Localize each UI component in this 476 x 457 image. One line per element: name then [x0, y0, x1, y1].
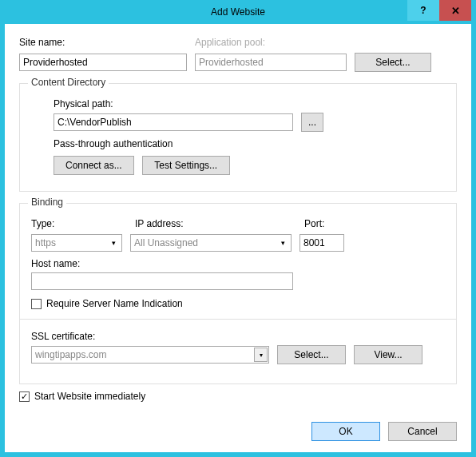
close-button[interactable]: ✕	[439, 0, 471, 21]
passthrough-auth-label: Pass-through authentication	[54, 138, 445, 149]
start-immediately-label: Start Website immediately	[34, 391, 145, 402]
browse-path-button[interactable]: ...	[301, 113, 323, 132]
add-website-dialog: Add Website ? ✕ Site name: Application p…	[0, 0, 476, 457]
app-pool-label: Application pool:	[195, 37, 347, 48]
ssl-view-button[interactable]: View...	[354, 345, 422, 364]
host-name-input[interactable]	[31, 272, 293, 290]
window-title: Add Website	[211, 6, 265, 18]
site-name-row: Site name: Application pool:	[19, 37, 457, 48]
window-buttons: ? ✕	[407, 0, 471, 21]
help-button[interactable]: ?	[407, 0, 439, 21]
dialog-footer: OK Cancel	[311, 422, 457, 441]
ssl-cert-select[interactable]: ▾	[31, 346, 269, 364]
dialog-body: Site name: Application pool: Select... C…	[5, 24, 471, 411]
port-input[interactable]	[299, 234, 344, 252]
ip-address-value[interactable]	[130, 234, 292, 252]
start-immediately-checkbox[interactable]: ✓	[19, 391, 30, 402]
ssl-cert-value[interactable]	[31, 346, 269, 364]
type-select-value[interactable]	[31, 234, 122, 252]
site-name-input[interactable]	[19, 54, 187, 71]
ssl-cert-label: SSL certificate:	[31, 331, 445, 342]
port-label: Port:	[304, 218, 352, 229]
ssl-select-button[interactable]: Select...	[277, 345, 346, 364]
content-directory-group: Content Directory Physical path: ... Pas…	[19, 83, 457, 192]
cancel-button[interactable]: Cancel	[388, 422, 457, 441]
type-label: Type:	[31, 218, 127, 229]
physical-path-input[interactable]	[54, 113, 293, 131]
test-settings-button[interactable]: Test Settings...	[142, 156, 230, 175]
binding-divider	[20, 319, 456, 320]
connect-as-button[interactable]: Connect as...	[54, 156, 134, 175]
physical-path-label: Physical path:	[54, 98, 445, 109]
host-name-label: Host name:	[31, 258, 445, 269]
ip-address-label: IP address:	[135, 218, 296, 229]
site-name-label: Site name:	[19, 37, 187, 48]
require-sni-checkbox[interactable]	[31, 299, 42, 309]
select-app-pool-button[interactable]: Select...	[355, 53, 431, 72]
type-select[interactable]: ▾	[31, 234, 122, 252]
ok-button[interactable]: OK	[311, 422, 380, 441]
app-pool-input	[195, 54, 347, 71]
titlebar: Add Website ? ✕	[5, 0, 471, 24]
binding-legend: Binding	[28, 197, 66, 208]
ip-address-select[interactable]: ▾	[130, 234, 292, 252]
binding-group: Binding Type: IP address: Port: ▾ ▾ Host…	[19, 203, 457, 384]
require-sni-label: Require Server Name Indication	[46, 298, 183, 309]
content-directory-legend: Content Directory	[28, 77, 109, 88]
